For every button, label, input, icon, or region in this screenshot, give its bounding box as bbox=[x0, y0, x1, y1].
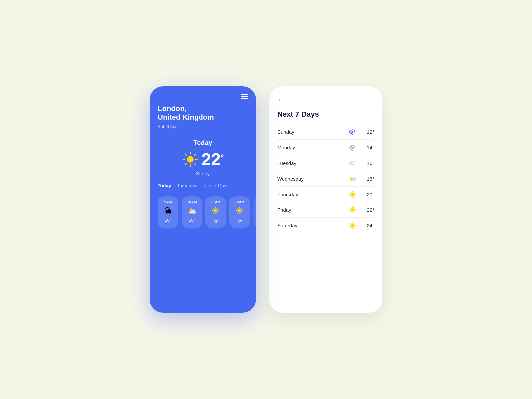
hour-time: 10AM bbox=[187, 200, 197, 204]
forecast-day: Wednesday bbox=[277, 176, 346, 182]
tab-tomorrow[interactable]: Tomorrow bbox=[177, 183, 197, 188]
forecast-icon bbox=[346, 221, 358, 229]
forecast-icon bbox=[346, 206, 358, 214]
svg-line-60 bbox=[354, 207, 355, 208]
hour-card-1: 10AM ⛅ 18° bbox=[182, 196, 202, 228]
today-label: Today bbox=[193, 139, 212, 147]
forecast-title: Next 7 Days bbox=[277, 110, 374, 119]
svg-line-6 bbox=[194, 154, 196, 155]
hour-temp: 22° bbox=[237, 219, 243, 224]
svg-line-4 bbox=[185, 154, 187, 155]
svg-line-5 bbox=[194, 163, 196, 165]
svg-line-24 bbox=[241, 212, 242, 213]
location-block: London, United Kingdom Sat, 6 Aug bbox=[150, 99, 256, 129]
header-row bbox=[150, 86, 256, 99]
weather-condition: Sunny bbox=[196, 171, 210, 176]
forecast-row-thursday: Thursday 20° bbox=[277, 187, 374, 202]
svg-point-62 bbox=[351, 224, 354, 227]
current-weather-block: Today 22° S bbox=[150, 129, 256, 183]
left-phone: London, United Kingdom Sat, 6 Aug Today bbox=[150, 86, 256, 313]
svg-point-53 bbox=[351, 208, 354, 211]
svg-line-61 bbox=[350, 211, 351, 212]
svg-line-52 bbox=[350, 196, 351, 197]
svg-line-67 bbox=[350, 223, 351, 224]
svg-point-9 bbox=[214, 209, 217, 212]
hour-temp: 18° bbox=[189, 218, 195, 223]
forecast-day: Sunday bbox=[277, 129, 346, 135]
back-button[interactable]: ← bbox=[277, 96, 288, 103]
svg-line-14 bbox=[213, 208, 214, 209]
svg-point-36 bbox=[349, 162, 353, 165]
hour-card-4: 1P 🌤 23° bbox=[253, 196, 256, 228]
forecast-temp: 14° bbox=[358, 145, 374, 150]
temperature-value: 22° bbox=[201, 151, 224, 168]
temp-row: 22° bbox=[182, 151, 224, 168]
tab-bar: Today Tomorrow Next 7 Days → bbox=[150, 183, 256, 188]
hour-icon: ⛅ bbox=[188, 207, 197, 215]
hour-icon bbox=[212, 207, 220, 217]
svg-point-44 bbox=[351, 193, 354, 196]
svg-line-16 bbox=[217, 208, 218, 209]
forecast-icon bbox=[346, 128, 358, 136]
hour-card-0: 9AM 🌦 16° bbox=[158, 196, 178, 228]
svg-line-69 bbox=[354, 223, 355, 224]
forecast-row-tuesday: Tuesday 16° bbox=[277, 155, 374, 171]
forecast-temp: 18° bbox=[358, 176, 374, 182]
city-name: London, United Kingdom bbox=[158, 104, 248, 122]
forecast-row-wednesday: Wednesday 18° bbox=[277, 171, 374, 187]
forecast-icon bbox=[346, 159, 358, 167]
svg-line-49 bbox=[350, 192, 351, 193]
menu-button[interactable] bbox=[241, 94, 248, 99]
svg-line-51 bbox=[354, 192, 355, 193]
svg-point-8 bbox=[187, 156, 194, 163]
hourly-forecast: 9AM 🌦 16° 10AM ⛅ 18° 11AM bbox=[150, 192, 256, 236]
forecast-list: Sunday 12° Monday 1 bbox=[277, 124, 374, 233]
svg-line-30 bbox=[352, 133, 353, 135]
hour-temp: 20° bbox=[213, 219, 219, 224]
hour-card-3: 12AM 22° bbox=[229, 196, 250, 228]
svg-line-50 bbox=[354, 196, 355, 197]
forecast-temp: 22° bbox=[358, 207, 374, 213]
hour-time: 12AM bbox=[235, 200, 244, 204]
svg-line-33 bbox=[351, 149, 351, 151]
svg-line-59 bbox=[354, 211, 355, 212]
hour-time: 9AM bbox=[164, 200, 172, 204]
forecast-day: Tuesday bbox=[277, 160, 346, 166]
svg-line-70 bbox=[350, 227, 351, 228]
forecast-temp: 16° bbox=[358, 160, 374, 166]
svg-line-68 bbox=[354, 227, 355, 228]
forecast-temp: 20° bbox=[358, 192, 374, 197]
svg-line-34 bbox=[353, 149, 353, 151]
forecast-temp: 24° bbox=[358, 223, 374, 228]
forecast-day: Friday bbox=[277, 207, 346, 213]
hour-temp: 16° bbox=[165, 218, 171, 223]
svg-line-25 bbox=[241, 208, 242, 209]
hour-icon: 🌦 bbox=[164, 207, 172, 215]
forecast-row-sunday: Sunday 12° bbox=[277, 124, 374, 140]
svg-point-18 bbox=[238, 209, 241, 212]
svg-line-58 bbox=[350, 207, 351, 208]
forecast-row-monday: Monday 14° bbox=[277, 140, 374, 155]
svg-line-7 bbox=[185, 163, 187, 165]
forecast-day: Thursday bbox=[277, 192, 346, 197]
date-label: Sat, 6 Aug bbox=[158, 124, 248, 129]
tab-next7days[interactable]: Next 7 Days → bbox=[203, 183, 235, 188]
sun-icon bbox=[182, 151, 199, 168]
forecast-icon bbox=[346, 175, 358, 183]
right-phone: ← Next 7 Days Sunday 12° Monday bbox=[269, 86, 382, 313]
svg-line-26 bbox=[237, 212, 238, 213]
hour-time: 11AM bbox=[211, 200, 220, 204]
hour-card-2: 11AM 20° bbox=[205, 196, 226, 228]
forecast-icon bbox=[346, 190, 358, 198]
forecast-day: Saturday bbox=[277, 223, 346, 228]
svg-line-17 bbox=[213, 212, 214, 213]
forecast-temp: 12° bbox=[358, 129, 374, 135]
forecast-day: Monday bbox=[277, 145, 346, 150]
hour-icon bbox=[236, 207, 244, 217]
svg-line-23 bbox=[237, 208, 238, 209]
forecast-icon bbox=[346, 143, 358, 151]
svg-line-15 bbox=[217, 212, 218, 213]
forecast-row-saturday: Saturday 24° bbox=[277, 218, 374, 233]
forecast-row-friday: Friday 22° bbox=[277, 202, 374, 218]
tab-today[interactable]: Today bbox=[158, 183, 171, 188]
